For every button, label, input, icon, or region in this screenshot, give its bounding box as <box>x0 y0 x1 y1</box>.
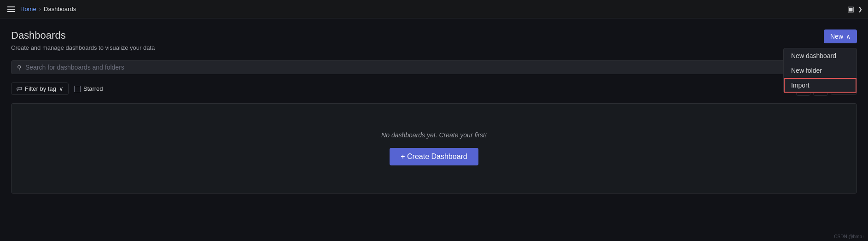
page-header-text: Dashboards Create and manage dashboards … <box>11 29 155 51</box>
starred-checkbox[interactable] <box>74 86 81 92</box>
main-content: Dashboards Create and manage dashboards … <box>0 18 868 194</box>
breadcrumb-current: Dashboards <box>44 6 76 12</box>
filter-left: 🏷 Filter by tag ∨ Starred <box>11 82 103 95</box>
dropdown-item-new-dashboard[interactable]: New dashboard <box>784 48 856 63</box>
hamburger-icon[interactable] <box>6 5 17 14</box>
filter-tag-chevron: ∨ <box>59 85 64 92</box>
breadcrumb-separator: › <box>39 6 41 12</box>
search-icon: ⚲ <box>17 64 22 71</box>
chevron-down-icon[interactable]: ❯ <box>858 6 862 12</box>
topbar: Home › Dashboards ▣ ❯ <box>0 0 868 18</box>
new-button-chevron: ∧ <box>846 33 851 40</box>
new-button[interactable]: New ∧ <box>824 29 857 43</box>
topbar-right: ▣ ❯ <box>847 5 862 13</box>
search-bar: ⚲ <box>11 60 857 74</box>
footer-watermark: CSDN @hmb↑ <box>834 234 864 239</box>
breadcrumb: Home › Dashboards <box>20 6 76 12</box>
topbar-left: Home › Dashboards <box>6 5 76 14</box>
page-subtitle: Create and manage dashboards to visualiz… <box>11 44 155 51</box>
new-btn-wrapper: New ∧ New dashboard New folder Import <box>824 29 857 43</box>
filter-by-tag-button[interactable]: 🏷 Filter by tag ∨ <box>11 82 69 95</box>
tag-icon: 🏷 <box>16 85 22 92</box>
starred-filter[interactable]: Starred <box>74 85 103 92</box>
breadcrumb-home[interactable]: Home <box>20 6 36 12</box>
create-dashboard-button[interactable]: + Create Dashboard <box>390 148 478 165</box>
dropdown-item-import[interactable]: Import <box>784 78 856 93</box>
empty-state-text: No dashboards yet. Create your first! <box>381 131 487 139</box>
page-header: Dashboards Create and manage dashboards … <box>11 29 857 51</box>
filter-bar: 🏷 Filter by tag ∨ Starred ⊡ ☰ ↕ Sort <box>11 82 857 96</box>
monitor-icon[interactable]: ▣ <box>847 5 854 13</box>
search-input[interactable] <box>25 64 851 71</box>
empty-state: No dashboards yet. Create your first! + … <box>11 103 857 194</box>
page-title: Dashboards <box>11 29 155 41</box>
dropdown-item-new-folder[interactable]: New folder <box>784 63 856 78</box>
new-button-label: New <box>830 33 843 40</box>
filter-tag-label: Filter by tag <box>25 85 56 92</box>
dropdown-menu: New dashboard New folder Import <box>783 48 857 93</box>
starred-label-text: Starred <box>83 85 103 92</box>
